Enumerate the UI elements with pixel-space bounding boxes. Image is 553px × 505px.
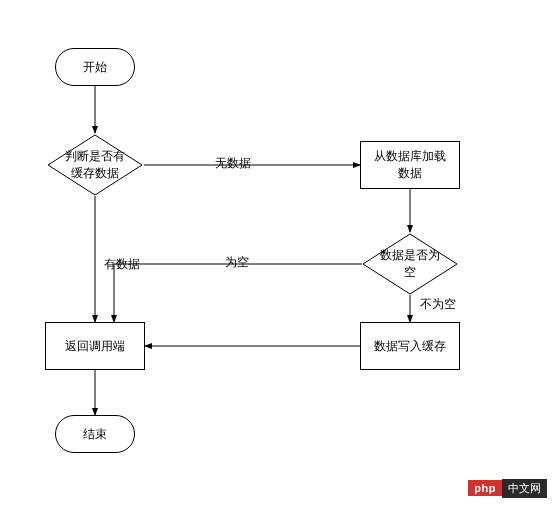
watermark-left: php xyxy=(468,480,502,496)
node-start: 开始 xyxy=(55,48,135,86)
watermark-right: 中文网 xyxy=(502,479,547,498)
node-write-cache-label: 数据写入缓存 xyxy=(374,338,446,355)
edge-label-has-data: 有数据 xyxy=(104,256,140,273)
node-check-cache-label: 判断是否有 缓存数据 xyxy=(57,148,133,182)
node-end-label: 结束 xyxy=(83,426,107,443)
node-return-label: 返回调用端 xyxy=(65,338,125,355)
node-start-label: 开始 xyxy=(83,59,107,76)
edge-label-not-empty: 不为空 xyxy=(420,296,456,313)
node-check-empty-label: 数据是否为 空 xyxy=(372,247,448,281)
node-load-db-label: 从数据库加载 数据 xyxy=(374,148,446,182)
flowchart-canvas: 开始 判断是否有 缓存数据 从数据库加载 数据 数据是否为 空 数据写入缓存 返… xyxy=(0,0,553,505)
node-return: 返回调用端 xyxy=(45,322,145,370)
node-check-cache: 判断是否有 缓存数据 xyxy=(47,134,143,196)
edge-label-no-data: 无数据 xyxy=(215,155,251,172)
edge-label-is-empty: 为空 xyxy=(225,254,249,271)
node-check-empty: 数据是否为 空 xyxy=(362,233,458,295)
watermark: php 中文网 xyxy=(468,479,547,497)
node-load-db: 从数据库加载 数据 xyxy=(360,141,460,189)
node-end: 结束 xyxy=(55,415,135,453)
node-write-cache: 数据写入缓存 xyxy=(360,322,460,370)
